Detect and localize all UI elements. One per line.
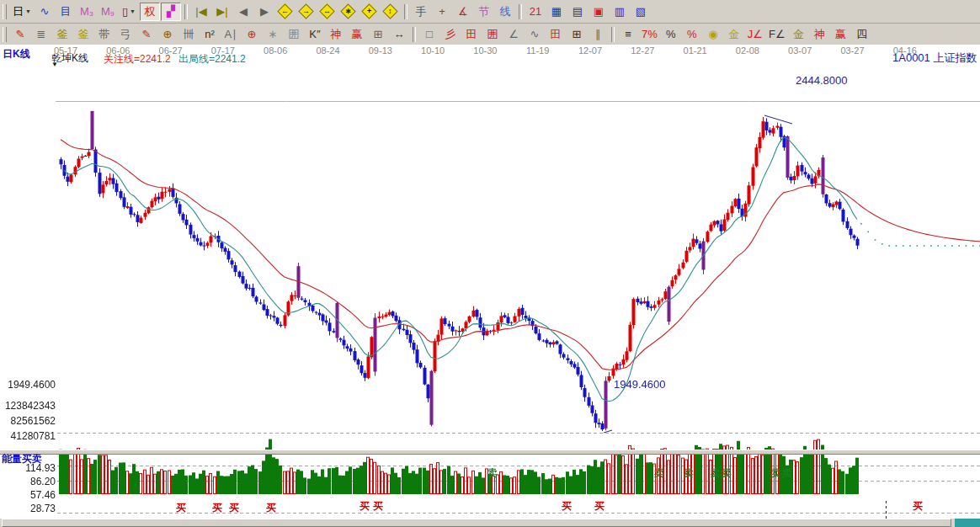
compass-tool-icon: ⊕	[248, 29, 257, 40]
gold-wave-icon: 金	[728, 29, 739, 40]
scrollbar-thumb[interactable]	[2, 519, 951, 527]
band-tool-button[interactable]: 带	[94, 25, 115, 44]
dropdown-arrow-icon: ▼	[25, 8, 31, 14]
j-line-icon: J∠	[748, 29, 763, 40]
watch-line-value: 关注线=2241.2	[104, 52, 171, 67]
rect-tool-button[interactable]: □	[419, 25, 439, 44]
fan-lines-icon: 彡	[445, 29, 456, 40]
notes-button[interactable]: ▤	[567, 3, 588, 21]
a-scale-button[interactable]: A∣	[221, 25, 241, 44]
gann-box-button[interactable]: 田	[461, 25, 482, 44]
save-button[interactable]: ▣	[589, 3, 609, 21]
pen2-tool-button[interactable]: ✎	[136, 25, 157, 44]
gold-line-button[interactable]: 金	[789, 25, 809, 44]
circle-tool-button[interactable]: ⊕	[157, 25, 178, 44]
n2-tool-button[interactable]: n²	[200, 25, 220, 44]
width-measure-icon: ↔	[394, 29, 405, 40]
percent-line-icon: %	[687, 29, 697, 40]
pan-left-button[interactable]: ←	[275, 3, 296, 21]
fit-height-button[interactable]: ↕	[381, 3, 401, 21]
pane-splitter[interactable]	[0, 450, 980, 455]
next-bar-button[interactable]: ▶	[254, 3, 274, 21]
j-line-button[interactable]: J∠	[745, 25, 765, 44]
win-tool-button[interactable]: 赢	[347, 25, 367, 44]
ruler123-button[interactable]: ⊞	[368, 25, 388, 44]
indicator-flag-button[interactable]: ▞	[161, 3, 181, 21]
compress-bars-button[interactable]: ∗	[338, 3, 359, 21]
star-tool-button[interactable]: ∗	[263, 25, 283, 44]
sell-signal-marker: 卖	[487, 466, 498, 481]
period-daily-icon: 日	[13, 6, 24, 17]
shen-tool-button[interactable]: 神	[326, 25, 346, 44]
grid2-button[interactable]: ⊞	[567, 25, 587, 44]
percent7-button[interactable]: 7%	[639, 25, 660, 44]
calculator-button[interactable]: ▦	[546, 3, 567, 21]
high-price-annotation: 2444.8000	[796, 74, 847, 87]
fit-width-button[interactable]: ↔	[317, 3, 338, 21]
kline-mark-button[interactable]: K″	[305, 25, 325, 44]
percent7-icon: 7%	[642, 29, 658, 40]
gold-wave-button[interactable]: 金	[724, 25, 744, 44]
realtime-chart-button[interactable]: ∿	[35, 3, 55, 21]
stats-list-button[interactable]: ≡	[618, 25, 638, 44]
first-screen-button[interactable]: |◀	[191, 3, 211, 21]
pen2-tool-icon: ✎	[142, 29, 152, 40]
expand-bars-button[interactable]: +	[360, 3, 380, 21]
angle-lines-button[interactable]: ∠	[503, 25, 524, 44]
print-button[interactable]: ▧	[631, 3, 651, 21]
fu-gold-button[interactable]: 釜	[52, 25, 72, 44]
toolbar-separator	[519, 4, 522, 19]
prev-bar-button[interactable]: ◀	[233, 3, 253, 21]
kline-chart-canvas[interactable]	[0, 90, 980, 527]
f10-info-button[interactable]: 目	[56, 3, 76, 21]
f-line-button[interactable]: F∠	[766, 25, 788, 44]
zigzag-tool-button[interactable]: ∿	[525, 25, 545, 44]
grid-tool-button[interactable]: ≣	[31, 25, 51, 44]
last-screen-icon: ▶|	[216, 6, 227, 17]
toolbar-grip[interactable]	[3, 4, 7, 19]
adjust-rights-button[interactable]: 权	[140, 3, 160, 21]
grid-red-button[interactable]: 田	[546, 25, 566, 44]
brush-tool-button[interactable]: ✎	[10, 25, 30, 44]
gann-square-button[interactable]: 囲	[482, 25, 503, 44]
bow-tool-button[interactable]: 弓	[115, 25, 136, 44]
percent-line-button[interactable]: %	[682, 25, 702, 44]
gold-circle-button[interactable]: ◉	[703, 25, 723, 44]
win-line-button[interactable]: 赢	[831, 25, 851, 44]
four-line-button[interactable]: 四	[852, 25, 872, 44]
segment-tool-icon: 节	[478, 6, 489, 17]
shen-tool-icon: 神	[331, 29, 342, 40]
angle-measure-button[interactable]: ∡	[453, 3, 473, 21]
pan-right-button[interactable]: →	[296, 3, 317, 21]
buy-signal-marker: 买	[212, 501, 222, 515]
last-screen-button[interactable]: ▶|	[212, 3, 232, 21]
param-9-button[interactable]: M₉	[98, 3, 118, 21]
drag-hand-button[interactable]: 手	[411, 3, 431, 21]
fan-lines-button[interactable]: 彡	[440, 25, 461, 44]
parallel-lines-button[interactable]: ∥	[588, 25, 608, 44]
shen-line-button[interactable]: 神	[810, 25, 830, 44]
data-export-button[interactable]: ▥	[610, 3, 630, 21]
crosshair-button[interactable]: +	[432, 3, 452, 21]
toolbar-grip[interactable]	[3, 27, 7, 42]
param-3-button[interactable]: M₃	[77, 3, 97, 21]
gold-circle-icon: ◉	[708, 29, 717, 40]
percent-icon: %	[666, 29, 676, 40]
width-measure-button[interactable]: ↔	[389, 25, 409, 44]
percent-button[interactable]: %	[661, 25, 681, 44]
calendar-button[interactable]: 21	[525, 3, 546, 21]
box-grid-button[interactable]: 囲	[284, 25, 304, 44]
grid-red-icon: 田	[551, 29, 562, 40]
candle-style-button[interactable]: ▯▼	[119, 3, 139, 21]
segment-tool-button[interactable]: 节	[474, 3, 494, 21]
chevron-down-icon[interactable]: ▼	[51, 61, 58, 68]
toolbar-separator	[413, 27, 416, 42]
win-line-icon: 赢	[835, 29, 846, 40]
horizontal-scrollbar[interactable]	[0, 519, 980, 527]
fu-gold2-button[interactable]: 釜	[73, 25, 93, 44]
period-daily-button[interactable]: 日▼	[10, 3, 34, 21]
hash-tool-button[interactable]: 卌	[178, 25, 199, 44]
bow-tool-icon: 弓	[120, 29, 131, 40]
compass-tool-button[interactable]: ⊕	[242, 25, 262, 44]
line-tool-button[interactable]: 线	[495, 3, 515, 21]
